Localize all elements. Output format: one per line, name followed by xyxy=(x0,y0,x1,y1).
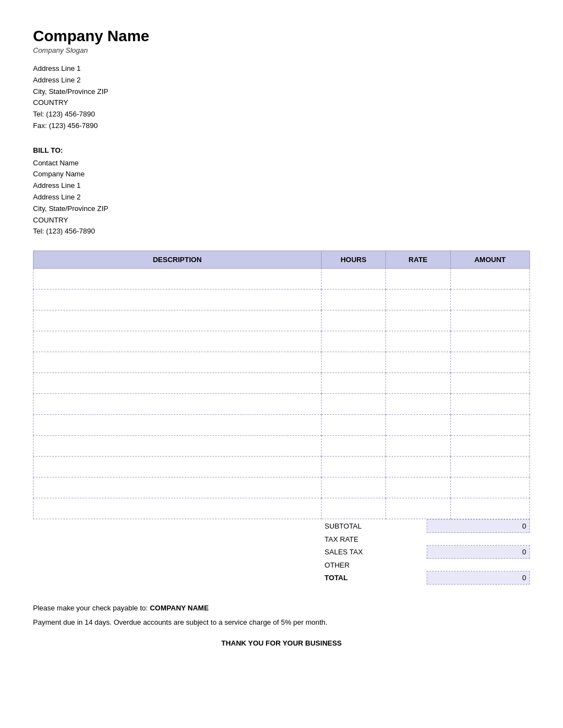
subtotal-value: 0 xyxy=(427,520,529,533)
col-rate: RATE xyxy=(386,251,450,269)
tax-rate-row: TAX RATE xyxy=(321,533,529,546)
bill-to-contact: Contact Name xyxy=(33,158,530,169)
company-city-state: City, State/Province ZIP xyxy=(33,86,530,98)
tax-rate-label: TAX RATE xyxy=(321,533,427,546)
bill-to-label: BILL TO: xyxy=(33,145,530,157)
table-row xyxy=(34,415,530,436)
table-row xyxy=(34,394,530,415)
table-row xyxy=(34,269,530,290)
table-row xyxy=(34,436,530,457)
subtotal-label: SUBTOTAL xyxy=(321,520,427,533)
thank-you: THANK YOU FOR YOUR BUSINESS xyxy=(33,637,530,649)
table-header-row: DESCRIPTION HOURS RATE AMOUNT xyxy=(34,251,530,269)
table-row xyxy=(34,373,530,394)
bill-to-tel: Tel: (123) 456-7890 xyxy=(33,226,530,237)
total-label: TOTAL xyxy=(321,571,427,585)
footer-payable: Please make your check payable to: COMPA… xyxy=(33,602,530,614)
company-address-line2: Address Line 2 xyxy=(33,75,530,86)
company-name: Company Name xyxy=(33,27,530,45)
company-slogan: Company Slogan xyxy=(33,46,530,54)
bill-to-address2: Address Line 2 xyxy=(33,192,530,203)
invoice-table: DESCRIPTION HOURS RATE AMOUNT xyxy=(33,251,530,519)
table-row xyxy=(34,331,530,352)
col-hours: HOURS xyxy=(321,251,385,269)
totals-section: SUBTOTAL 0 TAX RATE SALES TAX 0 OTHER TO… xyxy=(33,519,530,585)
table-row xyxy=(34,498,530,519)
bill-to-section: BILL TO: Contact Name Company Name Addre… xyxy=(33,145,530,237)
company-tel: Tel: (123) 456-7890 xyxy=(33,109,530,120)
other-label: OTHER xyxy=(321,559,427,571)
payable-company: COMPANY NAME xyxy=(150,604,208,612)
table-row xyxy=(34,310,530,331)
company-fax: Fax: (123) 456-7890 xyxy=(33,120,530,132)
tax-rate-value xyxy=(427,533,529,546)
totals-table: SUBTOTAL 0 TAX RATE SALES TAX 0 OTHER TO… xyxy=(321,519,530,585)
total-value: 0 xyxy=(427,571,529,585)
other-value xyxy=(427,559,529,571)
company-address: Address Line 1 Address Line 2 City, Stat… xyxy=(33,63,530,132)
payment-terms: Payment due in 14 days. Overdue accounts… xyxy=(33,616,530,629)
table-row xyxy=(34,477,530,498)
sales-tax-value: 0 xyxy=(427,546,529,559)
col-amount: AMOUNT xyxy=(450,251,530,269)
company-country: COUNTRY xyxy=(33,97,530,109)
col-description: DESCRIPTION xyxy=(34,251,322,269)
bill-to-address1: Address Line 1 xyxy=(33,180,530,192)
bill-to-country: COUNTRY xyxy=(33,215,530,226)
sales-tax-label: SALES TAX xyxy=(321,546,427,559)
other-row: OTHER xyxy=(321,559,529,571)
table-row xyxy=(34,352,530,373)
footer-section: Please make your check payable to: COMPA… xyxy=(33,602,530,649)
payable-text: Please make your check payable to: xyxy=(33,604,148,612)
table-row xyxy=(34,290,530,310)
sales-tax-row: SALES TAX 0 xyxy=(321,546,529,559)
total-row: TOTAL 0 xyxy=(321,571,529,585)
bill-to-city: City, State/Province ZIP xyxy=(33,203,530,215)
bill-to-company: Company Name xyxy=(33,169,530,180)
subtotal-row: SUBTOTAL 0 xyxy=(321,520,529,533)
company-address-line1: Address Line 1 xyxy=(33,63,530,75)
table-row xyxy=(34,457,530,477)
